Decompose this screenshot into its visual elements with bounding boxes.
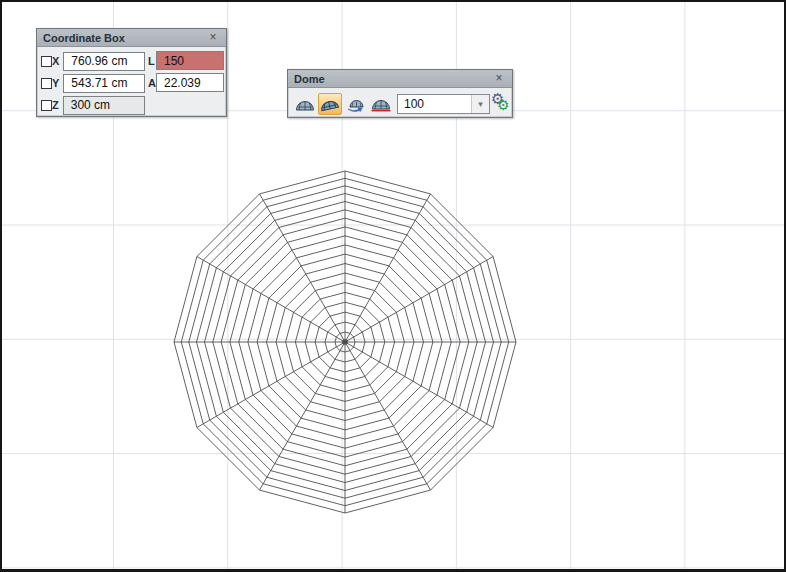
dome-solid-icon xyxy=(295,97,315,112)
dome-rotate-icon xyxy=(346,97,366,112)
angle-label: A xyxy=(148,77,156,89)
gear-icon: ⚙ xyxy=(497,97,510,113)
y-value-field[interactable]: 543.71 cm xyxy=(63,74,145,93)
dome-mesh-icon xyxy=(320,97,340,112)
drawing-window: Coordinate Box × X 760.96 cm L 150 Y 543… xyxy=(0,0,786,572)
x-axis-label: X xyxy=(52,55,59,67)
coordinate-box-title: Coordinate Box xyxy=(43,32,206,44)
close-icon[interactable]: × xyxy=(206,31,220,45)
x-value-field[interactable]: 760.96 cm xyxy=(63,52,145,71)
lock-z-checkbox[interactable] xyxy=(41,100,52,111)
dome-rotate-button[interactable] xyxy=(344,93,368,115)
dome-palette-titlebar[interactable]: Dome × xyxy=(288,70,512,88)
dome-mesh-button[interactable] xyxy=(318,93,342,115)
chevron-down-icon[interactable]: ▾ xyxy=(471,95,489,113)
dome-palette: Dome × xyxy=(287,69,513,118)
dome-center-point[interactable] xyxy=(342,339,348,345)
dome-base-button[interactable] xyxy=(369,93,393,115)
y-axis-label: Y xyxy=(52,77,59,89)
close-icon[interactable]: × xyxy=(492,72,506,86)
z-value-field[interactable]: 300 cm xyxy=(63,96,145,115)
settings-button[interactable]: ⚙ ⚙ xyxy=(491,93,512,115)
dome-base-icon xyxy=(371,97,391,112)
lock-y-checkbox[interactable] xyxy=(41,78,52,89)
dome-palette-title: Dome xyxy=(294,73,492,85)
coordinate-box-palette: Coordinate Box × X 760.96 cm L 150 Y 543… xyxy=(36,28,227,117)
segments-combobox[interactable]: 100 ▾ xyxy=(397,94,490,114)
dome-toolbar: 100 ▾ ⚙ ⚙ xyxy=(288,89,512,117)
coordinate-box-titlebar[interactable]: Coordinate Box × xyxy=(37,29,226,47)
length-value-field[interactable]: 150 xyxy=(156,51,224,70)
length-label: L xyxy=(148,55,155,67)
angle-value-field[interactable]: 22.039 xyxy=(156,73,224,92)
lock-x-checkbox[interactable] xyxy=(41,56,52,67)
dome-solid-button[interactable] xyxy=(293,93,317,115)
z-axis-label: Z xyxy=(52,99,59,111)
segments-value[interactable]: 100 xyxy=(398,95,471,113)
